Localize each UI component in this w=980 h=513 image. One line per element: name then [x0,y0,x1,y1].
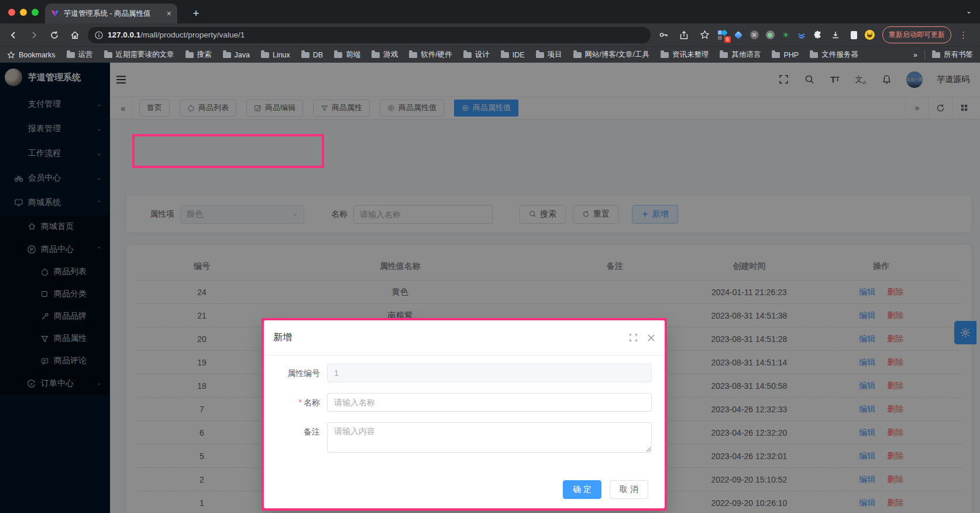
required-asterisk: * [299,398,302,407]
folder-icon [536,52,544,58]
folder-icon [661,52,669,58]
site-info-icon[interactable] [95,31,103,39]
downloads-icon[interactable] [828,28,843,43]
traffic-lights [8,9,39,16]
attr-id-label: 属性编号 [269,364,327,382]
profile-avatar-emoji[interactable] [864,30,875,40]
bookmark-folder[interactable]: 其他语言 [720,50,761,60]
confirm-button[interactable]: 确 定 [563,480,601,499]
bookmark-folder[interactable]: 设计 [463,50,490,60]
folder-icon [104,52,112,58]
bookmark-folder[interactable]: PHP [772,51,799,59]
url-bar[interactable]: 127.0.0.1/mall/product/property/value/1 [88,27,651,43]
extension-metronome-icon[interactable]: ⌘ [749,30,759,40]
extension-kite-icon[interactable] [733,30,744,40]
browser-tab[interactable]: 芋道管理系统 - 商品属性值 × [45,4,177,23]
bookmark-folder[interactable]: 文件服务器 [810,50,858,60]
dialog-form: 属性编号 *名称 备注 [264,355,665,454]
folder-icon [185,52,194,58]
folder-icon [301,52,310,58]
minimize-window-button[interactable] [20,9,27,16]
folder-icon [501,52,509,58]
extension-tiles-icon[interactable]: 6 [717,30,728,40]
folder-icon [223,52,231,58]
url-text: 127.0.0.1/mall/product/property/value/1 [108,30,245,39]
dialog-fullscreen-icon[interactable] [629,333,638,342]
dialog-footer: 确 定 取 消 [563,480,648,499]
extension-green-dot-icon[interactable] [765,30,775,40]
dialog-close-icon[interactable] [647,334,655,342]
share-icon[interactable] [676,28,692,43]
folder-icon [720,52,728,58]
bookmark-folder[interactable]: 运营 [67,50,93,60]
bookmark-folder[interactable]: 搜索 [185,50,212,60]
bookmark-folder[interactable]: 前端 [334,50,360,60]
dialog-header: 新增 [264,320,665,355]
reload-icon[interactable] [47,28,62,43]
bookmark-folder[interactable]: Java [223,51,250,59]
bookmarks-manager[interactable]: Bookmarks [7,51,56,59]
bookmark-folder[interactable]: DB [301,51,323,59]
bookmark-folder[interactable]: 资讯未整理 [661,50,709,60]
divider [924,50,925,60]
maximize-window-button[interactable] [32,9,39,16]
chrome-menu-icon[interactable]: ⋮ [957,30,971,40]
dialog-remark-label: 备注 [269,422,327,441]
browser-tab-title: 芋道管理系统 - 商品属性值 [64,9,162,19]
star-icon [7,51,15,59]
new-tab-button[interactable]: + [188,6,204,21]
tab-search-chevron-icon[interactable]: ⌄ [966,7,972,15]
folder-icon [67,52,75,58]
dialog-name-input[interactable] [327,393,652,412]
close-window-button[interactable] [8,9,15,16]
folder-icon [372,52,380,58]
favicon [51,9,59,18]
folder-icon [573,52,582,58]
bookmarks-overflow-chevron[interactable]: » [913,51,917,59]
back-icon[interactable] [6,28,21,43]
folder-icon [772,52,780,58]
bookmark-star-icon[interactable] [697,28,712,43]
extension-green-star-icon[interactable]: ✶ [780,30,791,40]
bookmark-folder[interactable]: IDE [501,51,525,59]
chrome-update-button[interactable]: 重新启动即可更新 [882,26,951,43]
dialog-name-label: *名称 [269,393,327,412]
extension-puzzle-icon[interactable] [812,30,823,40]
browser-toolbar: 127.0.0.1/mall/product/property/value/1 … [0,23,980,46]
password-key-icon[interactable] [656,28,671,43]
bookmark-folder[interactable]: 软件/硬件 [409,50,452,60]
dialog-remark-textarea[interactable] [327,422,652,453]
add-dialog: 新增 属性编号 *名称 备注 确 定 取 消 [264,320,665,508]
folder-icon [463,52,472,58]
bookmarks-bar: Bookmarks 运营 近期需要读的文章 搜索 Java Linux DB 前… [0,46,980,63]
screenshot-root: { "chrome": { "tab_title": "芋道管理系统 - 商品属… [0,0,980,513]
folder-icon [810,52,818,58]
folder-icon [261,52,269,58]
extension-layers-icon[interactable] [796,30,807,40]
folder-icon [409,52,417,58]
browser-tab-strip: 芋道管理系统 - 商品属性值 × + ⌄ [0,0,980,23]
bookmark-folder[interactable]: 近期需要读的文章 [104,50,174,60]
attr-id-input [327,364,652,382]
reader-mode-icon[interactable] [848,30,859,40]
folder-icon [932,52,940,58]
bookmark-folder[interactable]: 项目 [536,50,562,60]
tab-close-icon[interactable]: × [167,9,171,18]
bookmark-folder[interactable]: 游戏 [372,50,398,60]
home-icon[interactable] [67,28,82,43]
bookmark-folder[interactable]: Linux [261,51,290,59]
forward-icon[interactable] [26,28,42,43]
bookmark-folder[interactable]: 网站/博客/文章/工具 [573,50,649,60]
dialog-title: 新增 [273,331,292,344]
extension-badge: 6 [724,36,731,43]
cancel-button[interactable]: 取 消 [610,480,648,499]
all-bookmarks[interactable]: 所有书签 [932,50,973,60]
folder-icon [334,52,342,58]
